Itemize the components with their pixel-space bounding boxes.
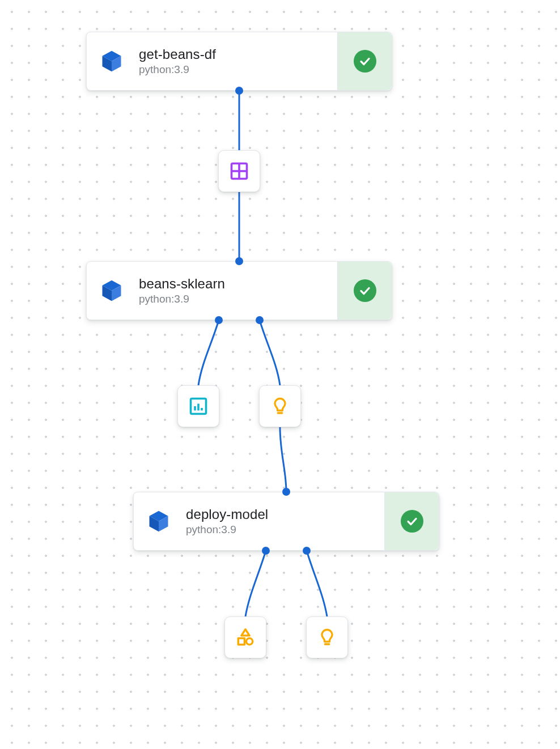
cube-icon — [99, 278, 124, 303]
node-title: get-beans-df — [139, 46, 337, 62]
artifact-model[interactable] — [259, 385, 301, 427]
port — [235, 87, 243, 95]
node-title: deploy-model — [186, 507, 384, 522]
pipeline-edges — [0, 0, 560, 749]
svg-rect-10 — [238, 639, 244, 645]
success-icon — [354, 279, 376, 302]
port — [256, 316, 264, 324]
shapes-icon — [235, 627, 256, 648]
node-status — [337, 32, 392, 90]
port — [282, 488, 290, 496]
pipeline-canvas[interactable]: get-beans-df python:3.9 beans-sklearn py… — [0, 0, 560, 749]
node-subtitle: python:3.9 — [139, 63, 337, 76]
svg-point-11 — [247, 639, 253, 645]
artifact-dataset[interactable] — [218, 150, 260, 192]
artifact-metrics[interactable] — [177, 385, 219, 427]
port — [262, 547, 270, 555]
pipeline-node-deploy-model[interactable]: deploy-model python:3.9 — [133, 492, 439, 551]
port — [303, 547, 311, 555]
pipeline-node-beans-sklearn[interactable]: beans-sklearn python:3.9 — [86, 261, 392, 320]
component-icon — [134, 492, 184, 550]
node-subtitle: python:3.9 — [186, 524, 384, 536]
pipeline-node-get-beans-df[interactable]: get-beans-df python:3.9 — [86, 32, 392, 91]
component-icon — [87, 32, 137, 90]
grid-icon — [229, 161, 249, 181]
node-status — [384, 492, 439, 550]
component-icon — [87, 262, 137, 320]
success-icon — [354, 50, 376, 73]
port — [215, 316, 223, 324]
artifact-endpoint[interactable] — [224, 616, 266, 658]
lightbulb-icon — [270, 396, 290, 416]
node-status — [337, 262, 392, 320]
node-title: beans-sklearn — [139, 276, 337, 292]
cube-icon — [146, 509, 171, 534]
artifact-model-2[interactable] — [306, 616, 348, 658]
lightbulb-icon — [317, 627, 337, 648]
node-subtitle: python:3.9 — [139, 293, 337, 305]
cube-icon — [99, 49, 124, 74]
bar-chart-icon — [188, 396, 209, 416]
success-icon — [401, 510, 423, 533]
port — [235, 257, 243, 265]
